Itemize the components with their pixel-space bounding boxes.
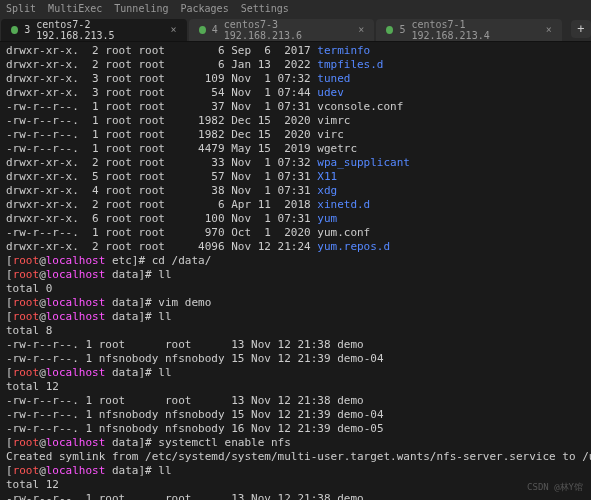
ls-row: drwxr-xr-x. 2 root root 4096 Nov 12 21:2… bbox=[6, 240, 585, 254]
menu-item[interactable]: Packages bbox=[180, 3, 228, 14]
output-line: -rw-r--r--. 1 nfsnobody nfsnobody 15 Nov… bbox=[6, 352, 585, 366]
ls-row: -rw-r--r--. 1 root root 37 Nov 1 07:31 v… bbox=[6, 100, 585, 114]
status-dot-icon bbox=[386, 26, 393, 34]
menubar: SplitMultiExecTunnelingPackagesSettings bbox=[0, 0, 591, 16]
status-dot-icon bbox=[199, 26, 206, 34]
prompt-line: [root@localhost data]# systemctl enable … bbox=[6, 436, 585, 450]
prompt-line: [root@localhost data]# ll bbox=[6, 464, 585, 478]
ls-row: drwxr-xr-x. 6 root root 100 Nov 1 07:31 … bbox=[6, 212, 585, 226]
close-icon[interactable]: × bbox=[358, 24, 364, 35]
tab-bar: 3centos7-2 192.168.213.5×4centos7-3 192.… bbox=[0, 16, 591, 42]
ls-row: drwxr-xr-x. 2 root root 6 Jan 13 2022 tm… bbox=[6, 58, 585, 72]
output-line: total 12 bbox=[6, 478, 585, 492]
menu-item[interactable]: Split bbox=[6, 3, 36, 14]
session-tab[interactable]: 3centos7-2 192.168.213.5× bbox=[1, 19, 187, 41]
session-tab[interactable]: 5centos7-1 192.168.213.4× bbox=[376, 19, 562, 41]
menu-item[interactable]: Tunneling bbox=[114, 3, 168, 14]
watermark: CSDN @林Y馆 bbox=[527, 481, 583, 494]
output-line: total 8 bbox=[6, 324, 585, 338]
ls-row: drwxr-xr-x. 2 root root 33 Nov 1 07:32 w… bbox=[6, 156, 585, 170]
tab-number: 3 bbox=[24, 24, 30, 35]
menu-item[interactable]: MultiExec bbox=[48, 3, 102, 14]
ls-row: -rw-r--r--. 1 root root 4479 May 15 2019… bbox=[6, 142, 585, 156]
output-line: total 12 bbox=[6, 380, 585, 394]
tab-label: centos7-3 192.168.213.6 bbox=[224, 19, 348, 41]
output-line: -rw-r--r--. 1 nfsnobody nfsnobody 15 Nov… bbox=[6, 408, 585, 422]
tab-number: 5 bbox=[399, 24, 405, 35]
close-icon[interactable]: × bbox=[546, 24, 552, 35]
tab-label: centos7-1 192.168.213.4 bbox=[411, 19, 535, 41]
status-dot-icon bbox=[11, 26, 18, 34]
ls-row: -rw-r--r--. 1 root root 970 Oct 1 2020 y… bbox=[6, 226, 585, 240]
terminal-content[interactable]: drwxr-xr-x. 2 root root 6 Sep 6 2017 ter… bbox=[0, 42, 591, 500]
output-line: -rw-r--r--. 1 nfsnobody nfsnobody 16 Nov… bbox=[6, 422, 585, 436]
output-line: -rw-r--r--. 1 root root 13 Nov 12 21:38 … bbox=[6, 394, 585, 408]
close-icon[interactable]: × bbox=[171, 24, 177, 35]
prompt-line: [root@localhost data]# ll bbox=[6, 366, 585, 380]
tab-number: 4 bbox=[212, 24, 218, 35]
prompt-line: [root@localhost data]# ll bbox=[6, 310, 585, 324]
ls-row: drwxr-xr-x. 4 root root 38 Nov 1 07:31 x… bbox=[6, 184, 585, 198]
output-line: -rw-r--r--. 1 root root 13 Nov 12 21:38 … bbox=[6, 338, 585, 352]
ls-row: drwxr-xr-x. 3 root root 54 Nov 1 07:44 u… bbox=[6, 86, 585, 100]
output-line: -rw-r--r--. 1 root root 13 Nov 12 21:38 … bbox=[6, 492, 585, 500]
ls-row: drwxr-xr-x. 5 root root 57 Nov 1 07:31 X… bbox=[6, 170, 585, 184]
tab-label: centos7-2 192.168.213.5 bbox=[36, 19, 160, 41]
prompt-line: [root@localhost etc]# cd /data/ bbox=[6, 254, 585, 268]
ls-row: -rw-r--r--. 1 root root 1982 Dec 15 2020… bbox=[6, 114, 585, 128]
output-line: total 0 bbox=[6, 282, 585, 296]
ls-row: drwxr-xr-x. 2 root root 6 Sep 6 2017 ter… bbox=[6, 44, 585, 58]
prompt-line: [root@localhost data]# ll bbox=[6, 268, 585, 282]
ls-row: -rw-r--r--. 1 root root 1982 Dec 15 2020… bbox=[6, 128, 585, 142]
output-line: Created symlink from /etc/systemd/system… bbox=[6, 450, 585, 464]
ls-row: drwxr-xr-x. 2 root root 6 Apr 11 2018 xi… bbox=[6, 198, 585, 212]
menu-item[interactable]: Settings bbox=[241, 3, 289, 14]
prompt-line: [root@localhost data]# vim demo bbox=[6, 296, 585, 310]
add-tab-button[interactable]: + bbox=[571, 20, 591, 38]
session-tab[interactable]: 4centos7-3 192.168.213.6× bbox=[189, 19, 375, 41]
ls-row: drwxr-xr-x. 3 root root 109 Nov 1 07:32 … bbox=[6, 72, 585, 86]
